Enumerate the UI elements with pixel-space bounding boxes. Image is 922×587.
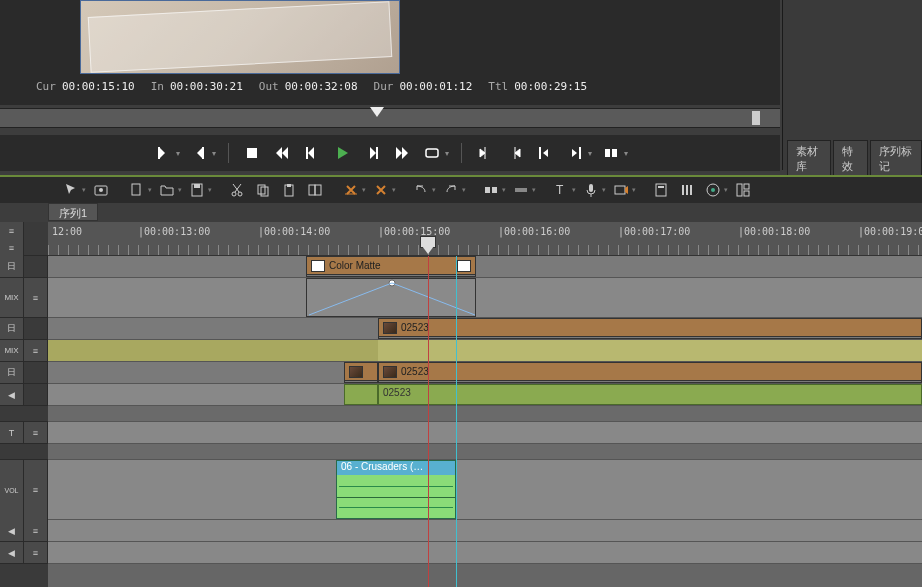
svg-rect-36 (737, 184, 742, 196)
tc-cur-value[interactable]: 00:00:15:10 (62, 80, 135, 93)
ruler-toggle-button[interactable]: ≡ (0, 239, 24, 256)
vectorscope-button[interactable] (702, 180, 724, 200)
voiceover-button[interactable] (580, 180, 602, 200)
track-a3[interactable] (48, 542, 922, 564)
track-v3[interactable]: Color Matte (48, 256, 922, 278)
track-v2[interactable]: 02523 (48, 318, 922, 340)
track-a3-settings[interactable]: ≡ (24, 542, 48, 563)
keyframe-graph-icon (307, 279, 475, 316)
sequence-tab-1[interactable]: 序列1 (48, 203, 98, 221)
display-mode-button[interactable] (600, 142, 622, 164)
track-music-settings[interactable]: ≡ (24, 460, 48, 520)
track-v1-patch[interactable] (24, 362, 48, 383)
prev-frame-button[interactable] (301, 142, 323, 164)
jump-next-edit-button[interactable] (504, 142, 526, 164)
edit-cursor[interactable] (456, 256, 457, 587)
mark-out-button[interactable] (188, 142, 210, 164)
track-a3-mute[interactable]: ◀ (0, 542, 24, 563)
group-button[interactable] (480, 180, 502, 200)
track-a2-mute[interactable]: ◀ (0, 520, 24, 541)
capture-button[interactable] (610, 180, 632, 200)
track-music-vol[interactable]: VOL (0, 460, 24, 520)
track-title-settings[interactable]: ≡ (24, 422, 48, 443)
track-v2-mix[interactable]: MIX (0, 340, 24, 361)
ruler-tick-label: |00:00:13:00 (138, 226, 210, 237)
ripple-delete-button[interactable] (340, 180, 362, 200)
tab-markers[interactable]: 序列标记 (870, 140, 922, 178)
mixer-button[interactable] (676, 180, 698, 200)
track-a1-patch[interactable] (24, 384, 48, 405)
playhead[interactable] (428, 256, 429, 587)
track-v2-settings[interactable]: ≡ (24, 340, 48, 361)
scrubber-bar[interactable] (0, 108, 780, 128)
tc-out-value[interactable]: 00:00:32:08 (285, 80, 358, 93)
new-button[interactable] (126, 180, 148, 200)
play-button[interactable] (331, 142, 353, 164)
tab-effects[interactable]: 特效 (833, 140, 868, 178)
layout-button[interactable] (732, 180, 754, 200)
snapshot-button[interactable] (90, 180, 112, 200)
track-a1[interactable]: 02523 (48, 384, 922, 406)
redo-button[interactable] (440, 180, 462, 200)
track-a2[interactable] (48, 520, 922, 542)
link-button[interactable] (510, 180, 532, 200)
clip-a1-prev[interactable] (344, 384, 378, 405)
track-title[interactable] (48, 422, 922, 444)
loop-button[interactable] (421, 142, 443, 164)
mark-in-button[interactable] (152, 142, 174, 164)
tracks-area[interactable]: Color Matte 02523 (48, 256, 922, 587)
clip-v2-mix[interactable] (378, 340, 922, 361)
track-v3-patch[interactable] (24, 256, 48, 277)
tc-in-value[interactable]: 00:00:30:21 (170, 80, 243, 93)
jump-out-button[interactable] (564, 142, 586, 164)
track-music[interactable]: 06 - Crusaders (… (48, 460, 922, 520)
delete-button[interactable] (370, 180, 392, 200)
paste-button[interactable] (278, 180, 300, 200)
clip-v1-02523[interactable]: 02523 (378, 362, 922, 383)
undo-button[interactable] (410, 180, 432, 200)
track-v1[interactable]: 02523 (48, 362, 922, 384)
tab-library[interactable]: 素材库 (787, 140, 831, 178)
next-frame-button[interactable] (361, 142, 383, 164)
fast-forward-button[interactable] (391, 142, 413, 164)
track-v3-mix[interactable]: MIX (0, 278, 24, 317)
timeline-ruler[interactable]: 12:00|00:00:13:00|00:00:14:00|00:00:15:0… (48, 222, 922, 256)
track-v2-mix-lane[interactable] (48, 340, 922, 362)
stop-button[interactable] (241, 142, 263, 164)
track-v1-toggle[interactable]: 日 (0, 362, 24, 383)
clip-color-matte[interactable]: Color Matte (306, 256, 476, 277)
playhead-handle-icon[interactable] (420, 236, 436, 252)
title-button[interactable]: T (550, 180, 572, 200)
open-button[interactable] (156, 180, 178, 200)
track-v3-settings[interactable]: ≡ (24, 278, 48, 317)
track-a2-settings[interactable]: ≡ (24, 520, 48, 541)
clip-v2-02523[interactable]: 02523 (378, 318, 922, 339)
track-a1-mute[interactable]: ◀ (0, 384, 24, 405)
clip-color-matte-mix[interactable] (306, 278, 476, 317)
scrubber-end-marker[interactable] (752, 111, 760, 125)
clip-a1-02523[interactable]: 02523 (378, 384, 922, 405)
track-v3-toggle[interactable]: 日 (0, 256, 24, 277)
scrubber-handle-icon[interactable] (370, 107, 384, 123)
paste-insert-button[interactable] (304, 180, 326, 200)
clip-v1-prev[interactable] (344, 362, 378, 383)
cut-button[interactable] (226, 180, 248, 200)
rewind-button[interactable] (271, 142, 293, 164)
clip-music-crusaders[interactable]: 06 - Crusaders (… (336, 460, 456, 519)
copy-button[interactable] (252, 180, 274, 200)
save-button[interactable] (186, 180, 208, 200)
calculator-button[interactable] (650, 180, 672, 200)
tc-ttl-value[interactable]: 00:00:29:15 (514, 80, 587, 93)
tc-dur-value[interactable]: 00:00:01:12 (399, 80, 472, 93)
jump-prev-edit-button[interactable] (474, 142, 496, 164)
svg-line-40 (309, 283, 392, 315)
track-v2-patch[interactable] (24, 318, 48, 339)
svg-rect-2 (247, 148, 257, 158)
cursor-tool-button[interactable] (60, 180, 82, 200)
jump-in-button[interactable] (534, 142, 556, 164)
preview-monitor[interactable] (80, 0, 400, 74)
track-v2-toggle[interactable]: 日 (0, 318, 24, 339)
track-title-toggle[interactable]: T (0, 422, 24, 443)
ruler-settings-button[interactable]: ≡ (0, 222, 24, 239)
track-v3-mix-lane[interactable] (48, 278, 922, 318)
